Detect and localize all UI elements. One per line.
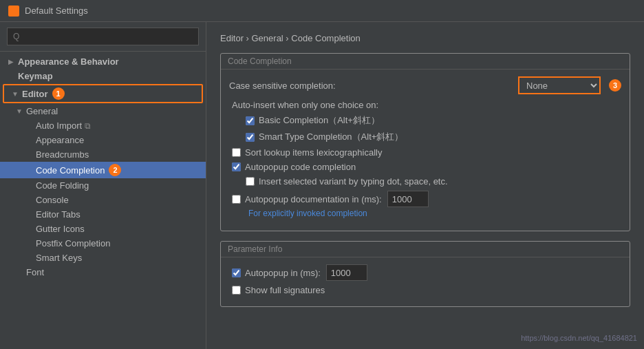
autopopup-label: Autopopup code completion [245,162,356,172]
arrow-icon: ▼ [15,107,23,116]
arrow-icon [25,196,33,204]
sidebar-item-label: Gutter Icons [36,224,85,234]
sidebar-item-label: Editor [22,89,48,99]
autopopup-doc-input[interactable] [387,191,429,207]
watermark: https://blog.csdn.net/qq_41684821 [521,334,637,342]
arrow-icon [25,151,33,159]
arrow-icon [25,182,33,190]
show-full-sig-row: Show full signatures [229,285,621,295]
section-body: Case sensitive completion: None First le… [221,70,630,231]
param-section-label: Parameter Info [221,242,630,257]
search-input[interactable] [7,28,199,45]
case-sensitive-select[interactable]: None First letter All [518,76,601,94]
arrow-icon [15,268,23,277]
sidebar-item-label: Auto Import [36,120,82,131]
case-sensitive-row: Case sensitive completion: None First le… [229,76,621,94]
autopopup-checkbox[interactable] [232,162,241,171]
hint-text: For explicitly invoked completion [229,209,621,218]
sort-lookup-label: Sort lookup items lexicographically [245,147,382,158]
autopopup-doc-row: Autopopup documentation in (ms): [229,191,621,207]
sidebar-item-editor-tabs[interactable]: Editor Tabs [0,207,206,222]
sidebar-item-label: Smart Keys [36,253,82,263]
sidebar-item-label: Code Completion [36,165,105,176]
case-sensitive-label: Case sensitive completion: [229,81,518,91]
sidebar-item-label: Editor Tabs [36,209,80,220]
sidebar-item-label: Console [36,195,69,205]
sidebar-tree: ▶ Appearance & Behavior Keymap ▼ Editor … [0,52,206,282]
sidebar-item-label: Breadcrumbs [36,149,89,160]
arrow-icon [25,240,33,248]
autopopup-doc-label: Autopopup documentation in (ms): [245,194,382,204]
sidebar-item-smart-keys[interactable]: Smart Keys [0,251,206,265]
arrow-icon [25,254,33,262]
sidebar: ▶ Appearance & Behavior Keymap ▼ Editor … [0,22,206,349]
sidebar-item-code-folding[interactable]: Code Folding [0,178,206,193]
smart-type-label: Smart Type Completion（Alt+斜杠） [259,131,403,143]
show-full-sig-checkbox[interactable] [232,286,241,295]
sidebar-item-console[interactable]: Console [0,193,206,207]
param-autopopup-checkbox[interactable] [232,268,241,277]
sidebar-item-label: Code Folding [36,180,89,191]
editor-section-highlight: ▼ Editor 1 [3,84,203,103]
arrow-icon [25,166,33,174]
insert-variant-checkbox[interactable] [246,177,255,186]
title-bar-text: Default Settings [25,6,88,16]
parameter-info-section: Parameter Info Autopopup in (ms): Show f… [220,241,630,307]
copy-icon: ⧉ [85,121,91,131]
smart-type-row: Smart Type Completion（Alt+斜杠） [229,131,621,143]
code-completion-badge: 2 [109,164,121,176]
code-completion-section: Code Completion Case sensitive completio… [220,53,630,231]
section-label: Code Completion [221,54,630,70]
basic-completion-checkbox[interactable] [246,116,255,125]
sidebar-item-code-completion[interactable]: Code Completion 2 [0,162,206,178]
case-sensitive-badge: 3 [609,79,621,92]
main-layout: ▶ Appearance & Behavior Keymap ▼ Editor … [0,22,644,349]
param-section-body: Autopopup in (ms): Show full signatures [221,257,630,306]
param-autopopup-label: Autopopup in (ms): [245,268,321,278]
show-full-sig-label: Show full signatures [245,285,325,295]
sidebar-item-postfix-completion[interactable]: Postfix Completion [0,236,206,251]
insert-variant-row: Insert selected variant by typing dot, s… [229,176,621,187]
sidebar-item-general[interactable]: ▼ General [0,104,206,118]
sidebar-item-auto-import[interactable]: Auto Import ⧉ [0,118,206,133]
sidebar-item-font[interactable]: Font [0,265,206,279]
title-bar: Default Settings [0,0,644,22]
param-autopopup-input[interactable] [326,264,367,281]
breadcrumb: Editor › General › Code Completion [220,33,630,43]
basic-completion-label: Basic Completion（Alt+斜杠） [259,114,380,127]
arrow-icon [25,122,33,130]
arrow-icon: ▼ [11,89,19,98]
sidebar-item-editor[interactable]: ▼ Editor 1 [4,85,202,102]
content-area: Editor › General › Code Completion Code … [206,22,644,349]
app-icon [8,6,19,17]
auto-insert-label: Auto-insert when only one choice on: [229,100,621,110]
arrow-icon: ▶ [7,58,15,66]
sidebar-item-label: Appearance [36,135,84,145]
sidebar-item-label: Keymap [18,71,53,81]
sidebar-item-gutter-icons[interactable]: Gutter Icons [0,222,206,236]
sidebar-item-keymap[interactable]: Keymap [0,69,206,83]
autopopup-row: Autopopup code completion [229,162,621,172]
sidebar-item-breadcrumbs[interactable]: Breadcrumbs [0,147,206,162]
smart-type-checkbox[interactable] [246,133,255,142]
sidebar-item-appearance[interactable]: Appearance [0,133,206,147]
sidebar-item-label: General [26,106,58,116]
arrow-icon [25,136,33,145]
param-autopopup-row: Autopopup in (ms): [229,264,621,281]
sidebar-item-label: Font [26,267,44,277]
arrow-icon [7,72,15,81]
insert-variant-label: Insert selected variant by typing dot, s… [259,176,448,187]
sidebar-item-appearance-behavior[interactable]: ▶ Appearance & Behavior [0,54,206,69]
sort-lookup-checkbox[interactable] [232,148,241,157]
arrow-icon [25,225,33,233]
autopopup-doc-checkbox[interactable] [232,195,241,204]
sidebar-item-label: Appearance & Behavior [18,56,119,67]
sidebar-item-label: Postfix Completion [36,238,110,248]
arrow-icon [25,211,33,219]
editor-badge: 1 [52,87,65,100]
sort-lookup-row: Sort lookup items lexicographically [229,147,621,158]
basic-completion-row: Basic Completion（Alt+斜杠） [229,114,621,127]
search-box [0,22,206,52]
